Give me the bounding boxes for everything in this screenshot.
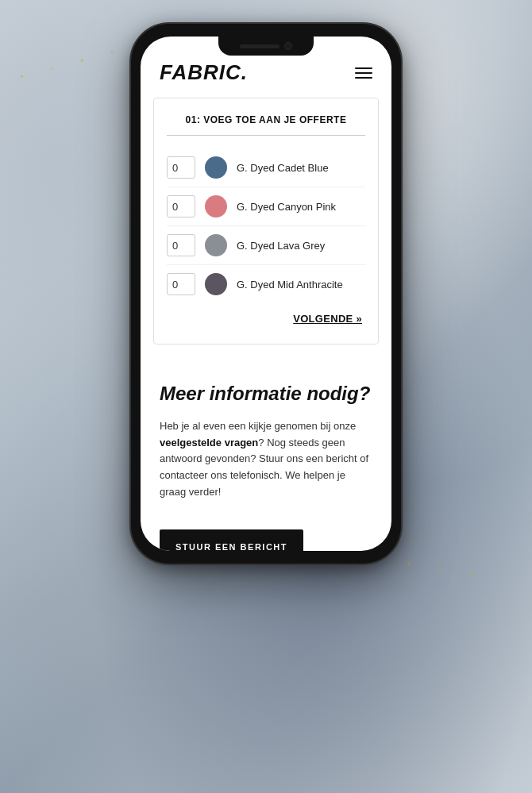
- info-title: Meer informatie nodig?: [160, 383, 372, 406]
- screen-content: FABRIC. 01: VOEG TOE AAN JE OFFERTE G. D…: [141, 37, 391, 551]
- info-body-link[interactable]: veelgestelde vragen: [160, 437, 258, 448]
- product-row: G. Dyed Canyon Pink: [167, 187, 365, 226]
- product-row: G. Dyed Mid Anthracite: [167, 265, 365, 303]
- color-dot-lava-grey: [205, 234, 227, 256]
- qty-input-mid-anthracite[interactable]: [167, 273, 195, 295]
- product-name-lava-grey: G. Dyed Lava Grey: [237, 240, 325, 252]
- qty-input-lava-grey[interactable]: [167, 234, 195, 256]
- next-button[interactable]: VOLGENDE »: [293, 313, 362, 325]
- product-name-canyon-pink: G. Dyed Canyon Pink: [237, 201, 336, 213]
- qty-input-canyon-pink[interactable]: [167, 195, 195, 217]
- color-dot-canyon-pink: [205, 195, 227, 217]
- phone-screen: FABRIC. 01: VOEG TOE AAN JE OFFERTE G. D…: [141, 37, 391, 551]
- qty-input-cadet-blue[interactable]: [167, 156, 195, 179]
- color-dot-mid-anthracite: [205, 273, 227, 295]
- product-name-cadet-blue: G. Dyed Cadet Blue: [237, 162, 329, 174]
- color-dot-cadet-blue: [205, 156, 227, 179]
- phone-frame: FABRIC. 01: VOEG TOE AAN JE OFFERTE G. D…: [131, 24, 401, 564]
- product-list: G. Dyed Cadet BlueG. Dyed Canyon PinkG. …: [167, 148, 365, 303]
- camera: [284, 42, 292, 50]
- hamburger-menu-icon[interactable]: [355, 67, 372, 79]
- product-row: G. Dyed Cadet Blue: [167, 148, 365, 187]
- product-card: 01: VOEG TOE AAN JE OFFERTE G. Dyed Cade…: [153, 98, 379, 345]
- logo: FABRIC.: [160, 60, 248, 85]
- product-name-mid-anthracite: G. Dyed Mid Anthracite: [237, 279, 343, 291]
- info-section: Meer informatie nodig? Heb je al even ee…: [141, 364, 391, 514]
- product-row: G. Dyed Lava Grey: [167, 226, 365, 265]
- phone-notch: [218, 37, 314, 56]
- cta-button[interactable]: STUUR EEN BERICHT: [160, 529, 303, 551]
- info-body: Heb je al even een kijkje genomen bij on…: [160, 418, 372, 501]
- info-body-prefix: Heb je al even een kijkje genomen bij on…: [160, 420, 356, 432]
- next-button-row: VOLGENDE »: [167, 303, 365, 328]
- card-title: 01: VOEG TOE AAN JE OFFERTE: [167, 114, 365, 136]
- speaker: [240, 44, 279, 48]
